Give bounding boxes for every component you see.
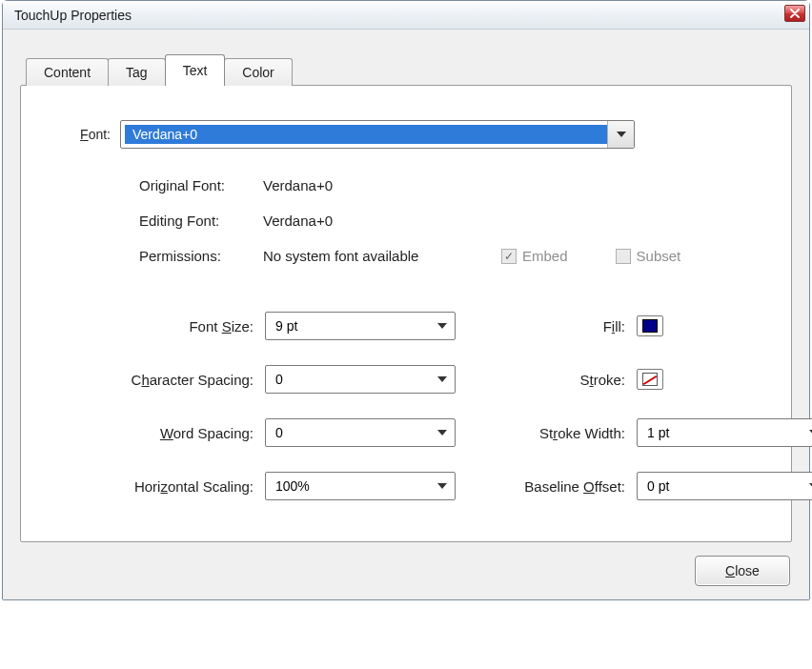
char-spacing-value: 0 — [275, 372, 283, 387]
tab-label: Tag — [126, 65, 148, 80]
char-spacing-combo[interactable]: 0 — [265, 365, 456, 394]
no-stroke-icon — [642, 373, 658, 386]
dialog-footer: Close — [20, 542, 792, 586]
tab-color[interactable]: Color — [224, 58, 292, 86]
chevron-down-icon — [437, 483, 447, 489]
titlebar: TouchUp Properties — [3, 1, 809, 30]
baseline-value: 0 pt — [647, 478, 669, 494]
word-spacing-label: Word Spacing: — [74, 425, 265, 441]
font-selected-value: Verdana+0 — [125, 125, 607, 144]
tab-content[interactable]: Content — [26, 58, 109, 86]
editing-font-row: Editing Font: Verdana+0 — [139, 213, 757, 229]
checkbox-icon — [501, 249, 517, 264]
font-row: Font: Verdana+0 — [55, 120, 757, 149]
tab-strip: Content Tag Text Color — [20, 58, 792, 86]
subset-label: Subset — [637, 248, 681, 264]
font-size-combo[interactable]: 9 pt — [265, 312, 456, 340]
permissions-label: Permissions: — [139, 248, 263, 264]
stroke-width-combo[interactable]: 1 pt — [637, 418, 812, 447]
stroke-swatch-cell — [637, 369, 812, 390]
font-info-block: Original Font: Verdana+0 Editing Font: V… — [139, 177, 757, 264]
char-spacing-label: Character Spacing: — [74, 372, 265, 388]
permissions-value: No system font available — [263, 248, 501, 264]
baseline-label: Baseline Offset: — [494, 478, 637, 495]
fill-swatch[interactable] — [637, 315, 663, 336]
original-font-label: Original Font: — [139, 177, 263, 193]
tab-label: Color — [242, 65, 274, 80]
original-font-value: Verdana+0 — [263, 177, 333, 193]
controls-grid: Font Size: 9 pt Fill: Character Spacing:… — [74, 312, 757, 500]
dialog-client: Content Tag Text Color Font: Verdana+0 O… — [3, 30, 809, 599]
h-scaling-combo[interactable]: 100% — [265, 472, 456, 500]
fill-color-icon — [642, 319, 658, 333]
editing-font-value: Verdana+0 — [263, 213, 333, 229]
tab-label: Content — [44, 65, 91, 80]
chevron-down-icon — [617, 132, 626, 137]
subset-checkbox: Subset — [616, 248, 681, 264]
tab-label: Text — [183, 63, 208, 78]
font-combo[interactable]: Verdana+0 — [120, 120, 635, 149]
word-spacing-combo[interactable]: 0 — [265, 418, 456, 447]
window-title: TouchUp Properties — [14, 8, 132, 23]
font-combo-arrow[interactable] — [607, 121, 634, 148]
embed-label: Embed — [522, 248, 568, 264]
original-font-row: Original Font: Verdana+0 — [139, 177, 757, 193]
text-panel: Font: Verdana+0 Original Font: Verdana+0… — [20, 85, 792, 542]
permissions-row: Permissions: No system font available Em… — [139, 248, 757, 264]
close-button-rest: lose — [735, 563, 760, 578]
embed-checkbox: Embed — [501, 248, 568, 264]
window-close-button[interactable] — [784, 5, 805, 22]
editing-font-label: Editing Font: — [139, 213, 263, 229]
chevron-down-icon — [437, 323, 447, 329]
tab-text[interactable]: Text — [165, 54, 226, 86]
fill-swatch-cell — [637, 315, 812, 336]
stroke-width-value: 1 pt — [647, 425, 669, 440]
checkbox-icon — [616, 249, 631, 264]
font-label: Font: — [55, 127, 111, 142]
stroke-swatch[interactable] — [637, 369, 663, 390]
font-size-label: Font Size: — [74, 318, 265, 334]
stroke-label: Stroke: — [494, 372, 637, 388]
dialog-window: TouchUp Properties Content Tag Text Colo… — [2, 0, 810, 600]
close-button[interactable]: Close — [695, 556, 790, 586]
fill-label: Fill: — [494, 318, 637, 334]
close-icon — [790, 9, 800, 18]
chevron-down-icon — [437, 430, 447, 436]
font-size-value: 9 pt — [275, 318, 297, 334]
chevron-down-icon — [437, 376, 447, 382]
tab-tag[interactable]: Tag — [108, 58, 166, 86]
baseline-combo[interactable]: 0 pt — [637, 472, 812, 500]
word-spacing-value: 0 — [275, 425, 283, 440]
stroke-width-label: Stroke Width: — [494, 425, 637, 441]
h-scaling-label: Horizontal Scaling: — [74, 478, 265, 495]
h-scaling-value: 100% — [275, 478, 310, 494]
